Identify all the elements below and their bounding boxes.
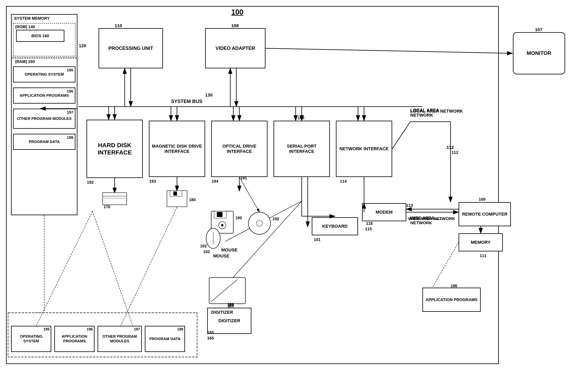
bottom-app-box: APPLICATION PROGRAMS 196	[54, 326, 95, 352]
ref-114: 114	[340, 179, 346, 184]
ref-101: 101	[314, 237, 320, 242]
ref-120: 120	[79, 43, 86, 48]
bottom-prog-box: PROGRAM DATA 198	[145, 326, 185, 352]
ref-192: 192	[87, 180, 94, 185]
ref-107: 107	[535, 27, 542, 32]
rom-label: (ROM) 140	[15, 25, 35, 29]
ref-166: 166	[227, 304, 234, 308]
ref-115: 115	[366, 221, 373, 226]
video-adapter-box: VIDEO ADAPTER	[205, 28, 266, 68]
ref-165: 165	[207, 336, 214, 340]
bios-box: BIOS 160	[16, 30, 64, 42]
app-box: APPLICATION PROGRAMS 196	[13, 87, 75, 103]
serial-if-box: SERIAL PORT INTERFACE	[273, 121, 330, 177]
ref-193: 193	[149, 179, 156, 184]
bottom-other-box: OTHER PROGRAM MODULES 197	[98, 326, 142, 352]
network-if-box: NETWORK INTERFACE	[336, 121, 392, 177]
ref-196: 196	[451, 284, 457, 288]
modem-box: MODEM	[362, 203, 406, 221]
mouse-label: MOUSE	[213, 253, 229, 259]
monitor-box: MONITOR	[513, 32, 565, 74]
wan-label: WIDE AREA NETWORK	[408, 216, 455, 221]
ref-111: 111	[480, 253, 486, 258]
mag-disk-if-box: MAGNETIC DISK DRIVE INTERFACE	[149, 121, 205, 177]
diagram-label: 100	[231, 8, 243, 16]
remote-computer-box: REMOTE COMPUTER	[458, 202, 511, 226]
other-box: OTHER PROGRAM MODULES 197	[13, 109, 75, 129]
ref-112: 112	[446, 145, 454, 150]
lan-label: LOCAL AREA NETWORK	[410, 109, 463, 114]
ref-113: 113	[406, 203, 413, 208]
prog-data-box: PROGRAM DATA 198	[13, 134, 75, 150]
ref-102: 102	[203, 249, 210, 254]
bottom-os-box: OPERATING SYSTEM 195	[11, 326, 51, 352]
memory-box: MEMORY	[458, 233, 503, 251]
processing-unit-box: PROCESSING UNIT	[99, 28, 163, 68]
ref-110: 110	[115, 23, 122, 28]
ref-109: 109	[479, 197, 485, 202]
keyboard-box: KEYBOARD	[312, 217, 358, 235]
ram-label: (RAM) 150	[15, 59, 35, 64]
system-bus-label: SYSTEM BUS	[171, 99, 202, 104]
system-memory-label: SYSTEM MEMORY	[14, 16, 50, 21]
ref-130: 130	[205, 92, 213, 98]
optical-if-box: OPTICAL DRIVE INTERFACE	[211, 121, 268, 177]
ref-194: 194	[212, 179, 218, 184]
app-programs2-box: APPLICATION PROGRAMS	[422, 288, 481, 312]
ref-106: 106	[298, 116, 304, 120]
hard-disk-if-box: HARD DISK INTERFACE	[86, 120, 143, 178]
ref-108: 108	[231, 23, 239, 28]
os-box: OPERATING SYSTEM 195	[13, 66, 75, 83]
digitizer-box: DIGITIZER	[207, 308, 251, 334]
